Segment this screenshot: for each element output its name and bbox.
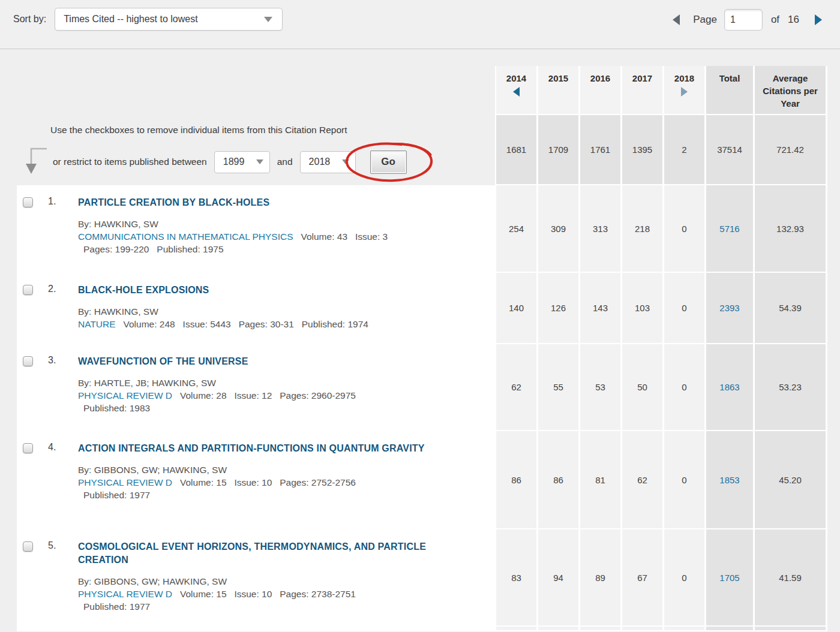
result-row: 4. ACTION INTEGRALS AND PARTITION-FUNCTI… bbox=[0, 431, 840, 529]
total-pages: 16 bbox=[788, 14, 799, 26]
result-row: 3. WAVEFUNCTION OF THE UNIVERSE By: HART… bbox=[0, 344, 840, 431]
item-authors: By: HARTLE, JB; HAWKING, SW bbox=[78, 377, 471, 389]
journal-link[interactable]: PHYSICAL REVIEW D bbox=[78, 477, 172, 487]
result-row: 2. BLACK-HOLE EXPLOSIONS By: HAWKING, SW… bbox=[0, 273, 840, 344]
item-meta: Volume: 15 Issue: 10 Pages: 2752-2756 bbox=[172, 477, 356, 487]
item-checkbox[interactable] bbox=[23, 285, 33, 295]
item-meta-2: Published: 1977 bbox=[78, 600, 471, 613]
journal-link[interactable]: NATURE bbox=[78, 319, 116, 329]
item-meta-2: Pages: 199-220 Published: 1975 bbox=[78, 243, 471, 255]
summary-2016: 1761 bbox=[580, 115, 620, 184]
chevron-down-icon bbox=[256, 159, 263, 164]
summary-2017: 1395 bbox=[622, 115, 662, 184]
total-citations-link[interactable]: 1863 bbox=[719, 382, 739, 392]
item-title-link[interactable]: PARTICLE CREATION BY BLACK-HOLES bbox=[78, 196, 471, 209]
item-title-link[interactable]: COSMOLOGICAL EVENT HORIZONS, THERMODYNAM… bbox=[78, 540, 471, 567]
toolbar: Sort by: Times Cited -- highest to lowes… bbox=[0, 0, 840, 49]
to-year-dropdown[interactable]: 2018 bbox=[300, 151, 356, 173]
item-checkbox[interactable] bbox=[23, 356, 33, 366]
item-authors: By: HAWKING, SW bbox=[78, 218, 471, 230]
go-button[interactable]: Go bbox=[370, 151, 407, 174]
item-number: 2. bbox=[48, 284, 78, 294]
chevron-down-icon bbox=[342, 159, 349, 164]
checkbox-instruction: Use the checkboxes to remove individual … bbox=[50, 125, 495, 136]
sort-by-label: Sort by: bbox=[13, 14, 46, 25]
citation-report: 2014 2015 2016 2017 2018 Total Average C… bbox=[0, 66, 840, 631]
item-meta: Volume: 248 Issue: 5443 Pages: 30-31 Pub… bbox=[116, 319, 368, 329]
summary-row: Use the checkboxes to remove individual … bbox=[0, 115, 840, 185]
item-checkbox[interactable] bbox=[23, 541, 33, 552]
journal-link[interactable]: PHYSICAL REVIEW D bbox=[78, 390, 172, 401]
column-header-2018[interactable]: 2018 bbox=[664, 66, 704, 114]
from-year-value: 1899 bbox=[223, 157, 245, 167]
elbow-down-arrow-icon bbox=[23, 146, 48, 175]
summary-2018: 2 bbox=[664, 115, 704, 184]
total-citations-link[interactable]: 5716 bbox=[719, 224, 739, 234]
result-row-partial bbox=[0, 627, 840, 631]
column-header-average: Average Citations per Year bbox=[755, 66, 826, 114]
column-header-2016: 2016 bbox=[580, 66, 620, 114]
item-number: 4. bbox=[48, 442, 78, 453]
pagination: Page of 16 bbox=[673, 9, 822, 31]
and-label: and bbox=[277, 157, 293, 167]
item-meta-2: Published: 1977 bbox=[78, 489, 471, 501]
next-page-icon[interactable] bbox=[815, 14, 822, 25]
item-authors: By: HAWKING, SW bbox=[78, 305, 471, 318]
item-number: 3. bbox=[48, 355, 78, 366]
total-citations-link[interactable]: 1705 bbox=[719, 573, 739, 583]
page-number-input[interactable] bbox=[724, 9, 763, 31]
item-title-link[interactable]: BLACK-HOLE EXPLOSIONS bbox=[78, 284, 471, 297]
item-checkbox[interactable] bbox=[23, 443, 33, 453]
item-authors: By: GIBBONS, GW; HAWKING, SW bbox=[78, 464, 471, 476]
sort-group: Sort by: Times Cited -- highest to lowes… bbox=[13, 8, 283, 31]
table-header-row: 2014 2015 2016 2017 2018 Total Average C… bbox=[0, 66, 840, 115]
to-year-value: 2018 bbox=[309, 157, 331, 167]
column-header-2014[interactable]: 2014 bbox=[496, 66, 536, 114]
summary-2015: 1709 bbox=[538, 115, 578, 184]
item-number: 1. bbox=[48, 196, 78, 207]
item-meta-2: Published: 1983 bbox=[78, 402, 471, 414]
restrict-label: or restrict to items published between bbox=[53, 157, 207, 167]
item-authors: By: GIBBONS, GW; HAWKING, SW bbox=[78, 575, 471, 588]
item-checkbox[interactable] bbox=[23, 197, 33, 207]
from-year-dropdown[interactable]: 1899 bbox=[214, 151, 270, 173]
result-row: 5. COSMOLOGICAL EVENT HORIZONS, THERMODY… bbox=[0, 529, 840, 627]
restrict-controls: or restrict to items published between 1… bbox=[23, 149, 495, 175]
journal-link[interactable]: PHYSICAL REVIEW D bbox=[78, 589, 172, 599]
column-header-total: Total bbox=[706, 66, 753, 114]
item-meta: Volume: 15 Issue: 10 Pages: 2738-2751 bbox=[172, 589, 356, 599]
summary-total: 37514 bbox=[706, 115, 753, 184]
sort-dropdown[interactable]: Times Cited -- highest to lowest bbox=[55, 8, 283, 31]
item-title-link[interactable]: ACTION INTEGRALS AND PARTITION-FUNCTIONS… bbox=[78, 442, 471, 455]
scroll-years-right-icon[interactable] bbox=[681, 87, 688, 97]
column-header-2017: 2017 bbox=[622, 66, 662, 114]
of-label: of bbox=[771, 14, 779, 26]
summary-2014: 1681 bbox=[496, 115, 536, 184]
scroll-years-left-icon[interactable] bbox=[513, 87, 520, 97]
sort-dropdown-value: Times Cited -- highest to lowest bbox=[64, 14, 197, 25]
previous-page-icon[interactable] bbox=[673, 14, 680, 25]
column-header-2015: 2015 bbox=[538, 66, 578, 114]
journal-link[interactable]: COMMUNICATIONS IN MATHEMATICAL PHYSICS bbox=[78, 231, 293, 242]
summary-average: 721.42 bbox=[755, 115, 826, 184]
total-citations-link[interactable]: 1853 bbox=[719, 475, 739, 485]
total-citations-link[interactable]: 2393 bbox=[719, 303, 739, 313]
item-number: 5. bbox=[48, 540, 78, 551]
item-meta: Volume: 28 Issue: 12 Pages: 2960-2975 bbox=[172, 390, 356, 401]
chevron-down-icon bbox=[264, 17, 272, 22]
page-label: Page bbox=[693, 14, 717, 26]
result-row: 1. PARTICLE CREATION BY BLACK-HOLES By: … bbox=[0, 185, 840, 273]
item-title-link[interactable]: WAVEFUNCTION OF THE UNIVERSE bbox=[78, 355, 471, 368]
item-meta: Volume: 43 Issue: 3 bbox=[293, 231, 388, 242]
